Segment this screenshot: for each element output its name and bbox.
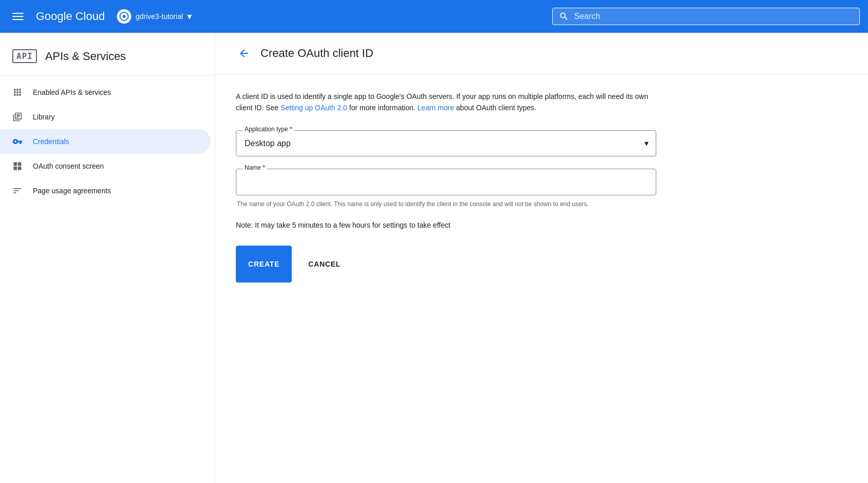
search-input[interactable]: drive api [574,12,853,21]
page-header: Create OAuth client ID [215,33,868,74]
sidebar-item-enabled-apis-label: Enabled APIs & services [33,88,111,96]
grid-icon [12,87,23,97]
form-content: A client ID is used to identify a single… [215,74,677,299]
back-button[interactable] [236,45,252,62]
name-field: Name * gdrive cli The name of your OAuth… [236,169,656,209]
application-type-label: Application type * [243,126,294,133]
name-container: Name * gdrive cli [236,169,656,195]
sidebar-item-oauth-label: OAuth consent screen [33,162,104,170]
sidebar-item-page-usage-label: Page usage agreements [33,187,111,195]
sidebar-item-credentials-label: Credentials [33,137,69,146]
sidebar-item-enabled-apis[interactable]: Enabled APIs & services [0,80,211,105]
main-content: Create OAuth client ID A client ID is us… [215,33,868,483]
svg-point-1 [123,15,126,18]
menu-button[interactable] [8,9,28,24]
search-icon [559,11,569,22]
logo-google: Google [36,10,72,23]
sidebar-divider [0,75,215,76]
create-button[interactable]: CREATE [236,246,292,283]
application-type-field: Application type * Desktop app Web appli… [236,130,656,156]
name-input[interactable]: gdrive cli [236,169,656,195]
application-type-container: Application type * Desktop app Web appli… [236,130,656,156]
sidebar-item-page-usage[interactable]: Page usage agreements [0,178,211,203]
sidebar-item-credentials[interactable]: Credentials [0,129,211,154]
main-layout: API APIs & Services Enabled APIs & servi… [0,33,868,483]
library-icon [12,112,23,122]
logo-cloud: Cloud [75,10,105,23]
search-bar[interactable]: drive api [552,8,860,25]
topbar: Google Cloud gdrive3-tutorial ▾ drive ap… [0,0,868,33]
oauth-link[interactable]: Setting up OAuth 2.0 [280,104,347,112]
settings-list-icon [12,186,23,196]
sidebar-header: API APIs & Services [0,41,215,75]
project-icon [117,9,131,24]
description-text: A client ID is used to identify a single… [236,91,656,114]
learn-more-link[interactable]: Learn more [417,104,454,112]
sidebar-title: APIs & Services [45,50,126,63]
cancel-button[interactable]: CANCEL [296,246,353,283]
api-badge: API [12,49,37,63]
sidebar-item-library[interactable]: Library [0,105,211,129]
sidebar-item-oauth-consent[interactable]: OAuth consent screen [0,154,211,178]
action-buttons: CREATE CANCEL [236,246,656,283]
sidebar: API APIs & Services Enabled APIs & servi… [0,33,215,483]
application-type-select[interactable]: Desktop app Web application Android Chro… [236,131,656,156]
name-hint: The name of your OAuth 2.0 client. This … [236,199,656,209]
oauth-icon [12,161,23,171]
key-icon [12,136,23,147]
name-label: Name * [243,164,267,171]
google-cloud-logo: Google Cloud [36,10,105,23]
page-title: Create OAuth client ID [260,47,373,60]
sidebar-item-library-label: Library [33,113,55,121]
project-name: gdrive3-tutorial [135,12,183,21]
project-chevron-icon: ▾ [187,11,192,22]
project-selector[interactable]: gdrive3-tutorial ▾ [117,9,192,24]
note-text: Note: It may take 5 minutes to a few hou… [236,221,656,229]
